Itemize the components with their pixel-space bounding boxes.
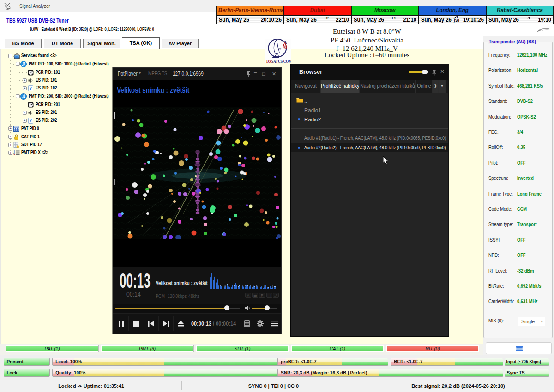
svg-text:?: ? bbox=[30, 118, 32, 123]
svg-text:DXSATCS.COM: DXSATCS.COM bbox=[266, 59, 291, 63]
svg-text:?: ? bbox=[30, 86, 32, 91]
